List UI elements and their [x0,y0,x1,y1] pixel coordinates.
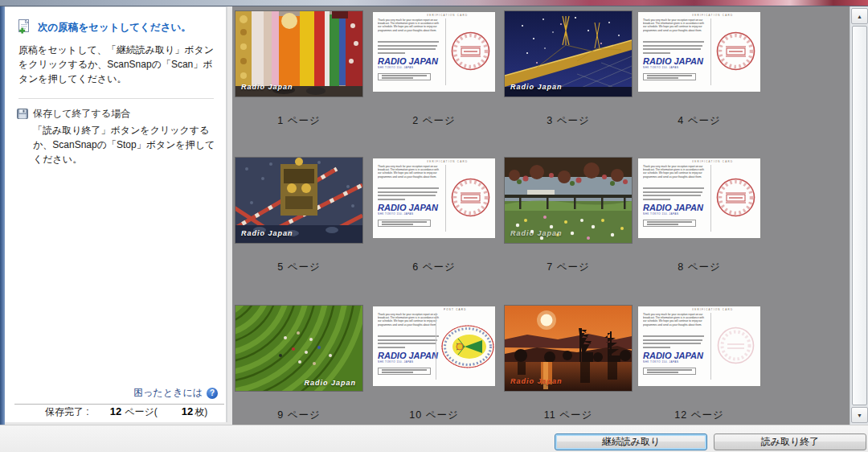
radio-japan-watermark: Radio Japan [510,377,563,385]
thumbnail-cell: VERIFICATION CARD Thank you very much fo… [372,158,505,306]
radio-japan-watermark: Radio Japan [304,379,356,387]
card-note-box [378,220,431,227]
instruction-panel: 次の原稿をセットしてください。 原稿をセットして、「継続読み取り」ボタンをクリッ… [5,6,227,422]
reception-stamp [715,325,756,366]
card-header: VERIFICATION CARD [692,160,733,162]
page-label: 7 ページ [505,261,632,274]
page-thumbnail[interactable]: Radio Japan [235,306,362,391]
page-thumbnail[interactable]: VERIFICATION CARD Thank you very much fo… [637,158,761,239]
scrollbar[interactable]: ▲ ▼ [850,6,868,425]
thumbnail-cell: Radio Japan 5 ページ [235,158,372,306]
radio-japan-watermark: Radio Japan [510,229,563,237]
set-document-header: 次の原稿をセットしてください。 [38,19,191,35]
page-thumbnail[interactable]: VERIFICATION CARD Thank you very much fo… [637,306,761,387]
thumbnail-cell: Radio Japan 1 ページ [235,11,372,158]
card-body-wrap: Thank you very much for your reception r… [643,18,709,39]
card-text-column: Thank you very much for your reception r… [378,165,444,227]
thumbnail-cell: VERIFICATION CARD Thank you very much fo… [637,11,770,158]
scroll-up-button[interactable]: ▲ [851,8,868,24]
help-link-label[interactable]: 困ったときには [133,386,203,400]
page-thumbnail[interactable]: VERIFICATION CARD Thank you very much fo… [637,11,761,92]
card-text-column: Thank you very much for your reception r… [643,313,709,375]
card-body-text: Thank you very much for your reception r… [643,313,708,326]
radio-japan-logo: RADIO JAPAN [643,56,709,66]
thumbnail-grid: Radio Japan 1 ページ VERIFICATION CARD Than… [235,11,770,425]
document-add-icon [17,19,32,34]
page-thumbnail[interactable]: Radio Japan [505,158,632,243]
page-thumbnail[interactable]: Radio Japan [505,306,632,391]
thumbnail-cell: Radio Japan 11 ページ [505,306,637,425]
page-thumbnail[interactable]: Radio Japan [505,11,632,97]
page-label: 3 ページ [505,114,632,128]
help-icon[interactable]: ? [207,388,218,399]
card-japanese-text-lines [378,335,440,348]
page-thumbnail[interactable]: Radio Japan [235,11,362,97]
page-label: 6 ページ [372,261,496,274]
thumbnail-cell: VERIFICATION CARD Thank you very much fo… [637,306,770,425]
card-note-box [643,220,696,227]
instruction-panel-content: 次の原稿をセットしてください。 原稿をセットして、「継続読み取り」ボタンをクリッ… [5,7,226,422]
card-body-wrap: Thank you very much for your reception r… [378,165,444,185]
card-address: NHK TOKYO 150, JAPAN [643,360,709,363]
radio-japan-watermark: Radio Japan [510,83,563,91]
radio-japan-watermark: Radio Japan [241,229,293,237]
red-reception-stamp-icon [450,177,491,218]
radio-japan-logo: RADIO JAPAN [643,351,709,360]
page-thumbnail[interactable]: VERIFICATION CARD Thank you very much fo… [372,158,496,239]
status-sheet-count: 12 [182,405,193,417]
card-japanese-text-lines [643,335,706,348]
finish-scan-button[interactable]: 読み取り終了 [714,434,866,450]
red-reception-stamp-icon [715,177,756,218]
continue-scan-button[interactable]: 継続読み取り [555,434,707,450]
page-thumbnail[interactable]: POST CARD Thank you very much for your r… [372,306,496,387]
help-link[interactable]: 困ったときには ? [133,386,218,400]
scan-preview-area: Radio Japan 1 ページ VERIFICATION CARD Than… [232,6,850,425]
save-finish-header: 保存して終了する場合 [33,107,130,121]
card-text-column: Thank you very much for your reception r… [643,165,709,227]
card-note-box [378,368,431,375]
card-divider-line [445,18,446,85]
thumbnail-cell: Radio Japan 7 ページ [505,158,637,306]
thumbnail-cell: VERIFICATION CARD Thank you very much fo… [372,11,505,158]
card-japanese-text-lines [378,187,440,200]
card-address: NHK TOKYO 150, JAPAN [378,66,444,68]
title-bar [0,0,868,6]
card-header: POST CARD [444,308,467,310]
reception-stamp [450,177,491,218]
card-note-box [378,73,431,80]
card-japanese-text-lines [643,187,706,200]
status-sheet-unit: 枚) [194,406,207,417]
page-label: 4 ページ [637,114,761,128]
card-divider-line [710,18,711,85]
thumbnail-cell: Radio Japan 3 ページ [505,11,637,158]
save-finish-header-row: 保存して終了する場合 [17,107,215,121]
card-divider-line [710,313,711,380]
scroll-down-button[interactable]: ▼ [851,407,868,423]
card-header: VERIFICATION CARD [692,308,733,310]
card-text-column: Thank you very much for your reception r… [378,313,444,375]
card-body-wrap: Thank you very much for your reception r… [378,313,444,333]
card-body-text: Thank you very much for your reception r… [378,165,443,178]
reception-stamp [440,324,495,369]
card-address: NHK TOKYO 150, JAPAN [378,360,444,363]
card-header: VERIFICATION CARD [427,14,468,16]
red-reception-stamp-icon [450,31,491,72]
save-icon [17,109,28,119]
page-thumbnail[interactable]: VERIFICATION CARD Thank you very much fo… [372,11,496,92]
scroll-thumb[interactable] [852,26,867,405]
radio-japan-logo: RADIO JAPAN [378,351,444,360]
card-body-wrap: Thank you very much for your reception r… [378,18,444,39]
set-document-instruction: 原稿をセットして、「継続読み取り」ボタンをクリックするか、ScanSnapの「S… [18,43,221,86]
page-thumbnail[interactable]: Radio Japan [235,158,362,243]
card-body-text: Thank you very much for your reception r… [643,165,708,178]
card-text-column: Thank you very much for your reception r… [643,18,709,80]
card-divider-line [710,165,711,232]
card-body-text: Thank you very much for your reception r… [378,18,443,31]
card-body-wrap: Thank you very much for your reception r… [643,313,709,333]
status-page-unit: ページ( [125,406,158,417]
page-label: 5 ページ [235,261,362,274]
panel-divider [18,98,214,99]
card-note-box [643,368,696,375]
card-divider-line [436,313,436,380]
reception-stamp [450,31,491,72]
